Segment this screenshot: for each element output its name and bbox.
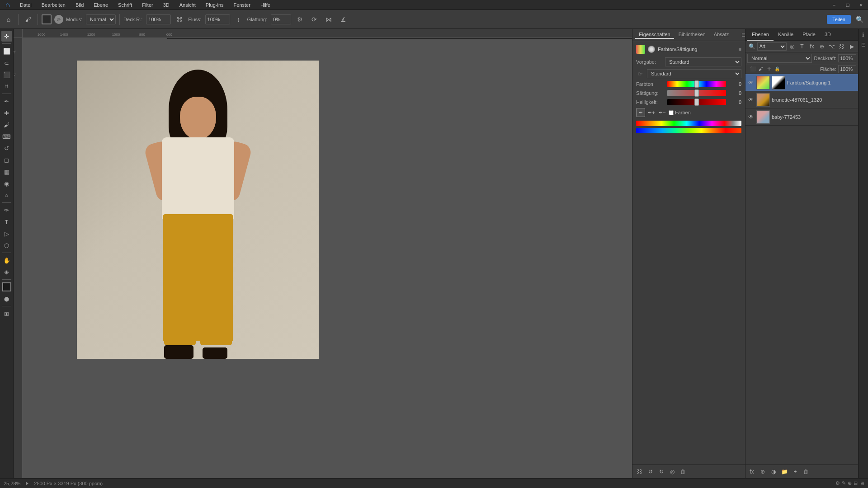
prop-link-icon[interactable]: ⛓ bbox=[635, 467, 644, 476]
status-icon-4[interactable]: ⊟ bbox=[854, 480, 858, 486]
menu-item-plugins[interactable]: Plug-ins bbox=[202, 1, 227, 9]
menu-item-3d[interactable]: 3D bbox=[160, 1, 173, 9]
tab-ebenen[interactable]: Ebenen bbox=[747, 29, 774, 41]
prop-eye-icon[interactable]: ◎ bbox=[668, 467, 677, 476]
tab-bibliotheken[interactable]: Bibliotheken bbox=[675, 31, 709, 39]
menu-item-ansicht[interactable]: Ansicht bbox=[176, 1, 199, 9]
zoom-tool[interactable]: ⊕ bbox=[1, 267, 12, 277]
settings-icon[interactable]: ⚙ bbox=[294, 14, 306, 25]
layer-eye-3[interactable]: 👁 bbox=[747, 113, 755, 121]
colorize-checkbox-label[interactable]: Farben bbox=[669, 110, 691, 115]
object-select-tool[interactable]: ⬛ bbox=[1, 69, 12, 80]
brush-tool-icon[interactable]: 🖌 bbox=[22, 14, 34, 25]
layer-new-button[interactable]: + bbox=[791, 467, 800, 476]
symmetry-icon[interactable]: ⋈ bbox=[323, 14, 335, 25]
lock-image-icon[interactable]: 🖌 bbox=[757, 66, 764, 73]
colorize-checkbox[interactable] bbox=[669, 110, 674, 115]
hs-hand-icon[interactable]: ☞ bbox=[636, 69, 645, 78]
layer-mask-button[interactable]: ⊕ bbox=[758, 467, 767, 476]
panel-collapse-icon[interactable]: ⊟ bbox=[741, 32, 745, 38]
menu-item-schrift[interactable]: Schrift bbox=[114, 1, 136, 9]
tab-pfade[interactable]: Pfade bbox=[798, 29, 820, 41]
pen-tool[interactable]: ✑ bbox=[1, 205, 12, 216]
prop-redo-icon[interactable]: ↻ bbox=[657, 467, 666, 476]
menu-item-bild[interactable]: Bild bbox=[72, 1, 87, 9]
hand-tool[interactable]: ✋ bbox=[1, 255, 12, 266]
rotation-icon[interactable]: ⟳ bbox=[308, 14, 320, 25]
layer-search-icon[interactable]: 🔍 bbox=[747, 42, 756, 51]
blur-tool[interactable]: ◉ bbox=[1, 178, 12, 189]
status-icon-3[interactable]: ⊕ bbox=[848, 480, 852, 486]
hs-close-icon[interactable]: ≡ bbox=[739, 47, 741, 52]
mode-dropdown[interactable]: Normal bbox=[86, 14, 116, 24]
layer-filter-dropdown[interactable]: Art bbox=[757, 42, 787, 51]
blend-mode-dropdown[interactable]: Normal bbox=[747, 54, 812, 63]
move-tool[interactable]: ✛ bbox=[1, 31, 12, 42]
fill-input[interactable] bbox=[838, 65, 856, 73]
menu-item-bearbeiten[interactable]: Bearbeiten bbox=[38, 1, 69, 9]
layer-eye-2[interactable]: 👁 bbox=[747, 96, 755, 103]
smooth-input[interactable] bbox=[271, 14, 291, 24]
mode-mask-icon[interactable]: ◎ bbox=[54, 15, 63, 24]
prop-undo-icon[interactable]: ↺ bbox=[646, 467, 655, 476]
hue-slider[interactable] bbox=[667, 81, 726, 87]
layer-link-icon[interactable]: ⛓ bbox=[837, 42, 846, 51]
layer-item-baby[interactable]: 👁 baby-772453 bbox=[745, 108, 858, 126]
menu-item-filter[interactable]: Filter bbox=[138, 1, 156, 9]
clone-tool[interactable]: ⌨ bbox=[1, 131, 12, 142]
airbrush-icon[interactable]: ⌘ bbox=[174, 14, 185, 25]
right-panel-expand[interactable]: ⊟ bbox=[859, 41, 868, 49]
info-icon[interactable]: ℹ bbox=[859, 31, 868, 39]
dodge-tool[interactable]: ○ bbox=[1, 190, 12, 201]
crop-tool[interactable]: ⌗ bbox=[1, 81, 12, 92]
lock-all-icon[interactable]: 🔒 bbox=[774, 66, 781, 73]
app-home-icon[interactable]: ⌂ bbox=[2, 0, 14, 11]
layer-visibility-icon[interactable]: ◎ bbox=[788, 42, 797, 51]
path-select-tool[interactable]: ▷ bbox=[1, 228, 12, 239]
prop-trash-icon[interactable]: 🗑 bbox=[679, 467, 688, 476]
fg-bg-color-swatch[interactable] bbox=[2, 282, 11, 291]
eyedropper-remove-btn[interactable]: ✒− bbox=[658, 108, 667, 117]
marquee-tool[interactable]: ⬜ bbox=[1, 46, 12, 56]
layer-item-husat[interactable]: 👁 Farbton/Sättigung 1 bbox=[745, 74, 858, 91]
status-icon-1[interactable]: ⚙ bbox=[835, 480, 840, 486]
shape-tool[interactable]: ⬡ bbox=[1, 240, 12, 251]
sat-slider[interactable] bbox=[667, 90, 726, 96]
tab-absatz[interactable]: Absatz bbox=[710, 31, 733, 39]
sat-slider-thumb[interactable] bbox=[694, 89, 699, 97]
layer-eye-1[interactable]: 👁 bbox=[747, 79, 755, 86]
tab-3d[interactable]: 3D bbox=[820, 29, 835, 41]
layer-fx-button[interactable]: fx bbox=[747, 467, 756, 476]
close-button[interactable]: × bbox=[854, 0, 868, 10]
flow-icon[interactable]: ↕ bbox=[233, 14, 245, 25]
menu-item-fenster[interactable]: Fenster bbox=[230, 1, 254, 9]
layer-mask-icon[interactable]: ⊕ bbox=[817, 42, 826, 51]
bright-slider-thumb[interactable] bbox=[694, 99, 699, 106]
quick-mask-mode[interactable]: ⬤ bbox=[1, 293, 12, 304]
home-tool-icon[interactable]: ⌂ bbox=[3, 14, 14, 25]
search-icon[interactable]: 🔍 bbox=[854, 14, 865, 25]
eyedropper-sample-btn[interactable]: ✒ bbox=[636, 108, 645, 117]
bright-slider[interactable] bbox=[667, 99, 726, 105]
hs-preset-dropdown[interactable]: Standard bbox=[665, 57, 741, 66]
status-icon-5[interactable]: 🖥 bbox=[859, 481, 864, 486]
layer-item-brunette[interactable]: 👁 brunette-487061_1320 bbox=[745, 91, 858, 108]
menu-item-datei[interactable]: Datei bbox=[16, 1, 35, 9]
opacity-input[interactable] bbox=[838, 54, 856, 62]
status-arrow[interactable] bbox=[26, 482, 28, 485]
layer-settings-icon[interactable]: T bbox=[797, 42, 807, 51]
status-icon-2[interactable]: ✎ bbox=[842, 480, 846, 486]
hs-channel-dropdown[interactable]: Standard bbox=[647, 69, 741, 78]
angle-icon[interactable]: ∡ bbox=[337, 14, 349, 25]
minimize-button[interactable]: − bbox=[827, 0, 841, 10]
lock-position-icon[interactable]: ✛ bbox=[765, 66, 773, 73]
tab-eigenschaften[interactable]: Eigenschaften bbox=[635, 31, 674, 39]
eraser-tool[interactable]: ◻ bbox=[1, 155, 12, 165]
gradient-tool[interactable]: ▦ bbox=[1, 166, 12, 177]
text-tool[interactable]: T bbox=[1, 216, 12, 227]
eyedropper-add-btn[interactable]: ✒+ bbox=[647, 108, 656, 117]
layer-toggle-icon[interactable]: ▶ bbox=[847, 42, 856, 51]
deck-input[interactable] bbox=[146, 14, 171, 24]
brush-tool[interactable]: 🖌 bbox=[1, 119, 12, 130]
layer-adj-icon[interactable]: ⌥ bbox=[827, 42, 836, 51]
